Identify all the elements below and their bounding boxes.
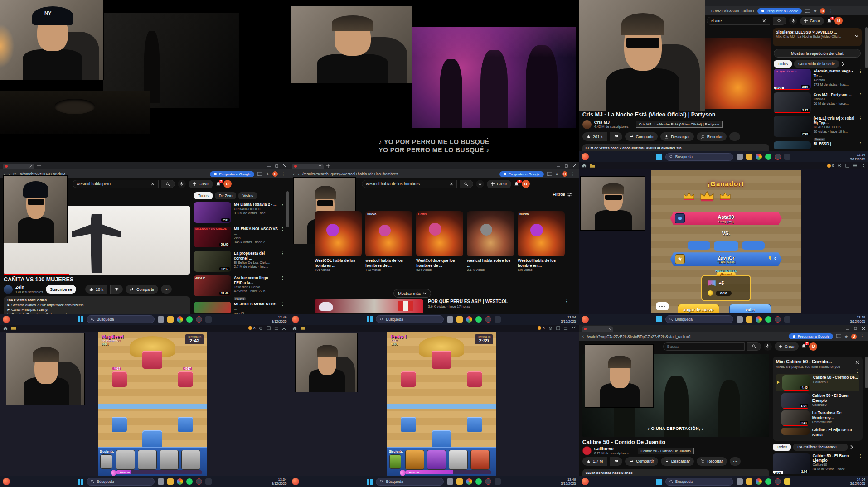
search-box[interactable] bbox=[707, 17, 770, 25]
close-icon[interactable] bbox=[572, 164, 576, 168]
taskbar-icon-folder[interactable] bbox=[456, 316, 463, 323]
close-icon[interactable] bbox=[862, 327, 865, 330]
tab-close-icon[interactable] bbox=[608, 328, 611, 330]
taskbar-icon-chrome[interactable] bbox=[756, 478, 762, 485]
taskbar-icon-whatsapp[interactable] bbox=[186, 316, 193, 323]
related-video-3[interactable]: 2:45 (FREE) Cris Mj x Tobal Mj Typ... BE… bbox=[774, 116, 863, 142]
video-title[interactable]: Cris MJ - Partyson ... bbox=[814, 92, 852, 97]
bookmark-star-icon[interactable]: ★ bbox=[844, 334, 848, 339]
chip-todos[interactable]: Todos bbox=[194, 192, 213, 199]
video-channel[interactable]: URBANGHOULD bbox=[234, 207, 276, 212]
video-thumbnail[interactable]: MILENKA × 100 CHICOS 59:05 bbox=[194, 227, 231, 247]
video-title[interactable]: Asi fue como llego FEID a la... bbox=[234, 275, 278, 284]
list-icon[interactable] bbox=[853, 164, 857, 168]
video-thumbnail[interactable] bbox=[194, 302, 231, 313]
cast-icon[interactable] bbox=[547, 172, 552, 176]
dislike-button[interactable] bbox=[610, 457, 622, 466]
subscribe-button[interactable]: Suscribirse bbox=[46, 285, 76, 294]
ask-google-button[interactable]: Preguntar a Google bbox=[789, 333, 833, 339]
taskbar-icon-files[interactable] bbox=[784, 478, 790, 485]
search-box[interactable] bbox=[73, 180, 159, 188]
channel-avatar[interactable] bbox=[4, 285, 13, 294]
hand-card-2[interactable] bbox=[427, 450, 446, 470]
more-options-icon[interactable]: ⋮ bbox=[281, 251, 285, 272]
video-thumbnail[interactable] bbox=[774, 141, 811, 149]
search-input[interactable] bbox=[77, 182, 151, 186]
playlist-item-2[interactable]: 3:04 Calibre 50 - El Buen Ejemplo Calibr… bbox=[776, 393, 859, 409]
related-video-2[interactable]: MILENKA × 100 CHICOS 59:05 MILENKA NOLAS… bbox=[194, 227, 285, 247]
taskbar-icon-whatsapp[interactable] bbox=[475, 478, 482, 485]
settings-icon[interactable] bbox=[259, 326, 263, 330]
search-result-1[interactable]: WestCOL habla de los hombres ... 796 vis… bbox=[315, 211, 362, 272]
taskbar-search[interactable]: Búsqueda bbox=[376, 478, 444, 486]
start-button[interactable] bbox=[78, 479, 83, 485]
video-channel[interactable]: Calibre50 bbox=[813, 463, 856, 467]
taskbar-clock[interactable]: 12:49 3/12/2025 bbox=[272, 315, 286, 324]
bookmark-star-icon[interactable]: ★ bbox=[555, 172, 559, 176]
hand-card-4[interactable] bbox=[181, 450, 200, 470]
taskbar-icon-folder[interactable] bbox=[456, 478, 463, 485]
taskbar-icon-folder[interactable] bbox=[746, 478, 752, 485]
taskbar-clock[interactable]: 14:04 3/12/2025 bbox=[850, 477, 865, 486]
search-button[interactable] bbox=[161, 180, 175, 188]
more-options-icon[interactable]: ⋮ bbox=[281, 275, 285, 302]
folder-icon[interactable] bbox=[11, 326, 16, 330]
playlist-title[interactable]: Calibre 50 - Corrido De... bbox=[813, 375, 858, 380]
tab-close-icon[interactable] bbox=[29, 165, 32, 168]
browser-menu-icon[interactable]: ⋮ bbox=[829, 9, 833, 14]
taskbar-icon-chrome[interactable] bbox=[177, 478, 183, 485]
taskbar-icon-window[interactable] bbox=[737, 316, 743, 323]
taskbar-icon-browser[interactable] bbox=[775, 478, 781, 485]
browser-menu-icon[interactable]: ⋮ bbox=[281, 172, 286, 177]
video-title[interactable]: MEJORES MOMENTOS ... bbox=[234, 302, 278, 311]
browser-profile-avatar[interactable]: U bbox=[272, 171, 278, 177]
taskbar-search[interactable]: Búsqueda bbox=[665, 315, 733, 323]
playlist-item-4[interactable]: Códice - El Hijo De La Santa bbox=[776, 428, 859, 437]
download-button[interactable]: Descargar bbox=[661, 457, 694, 466]
result-thumbnail[interactable]: Nuevo bbox=[365, 211, 412, 256]
cast-icon[interactable] bbox=[836, 334, 841, 338]
taskbar-icon-window[interactable] bbox=[447, 316, 453, 323]
taskbar-icon-whatsapp[interactable] bbox=[475, 316, 482, 323]
start-button[interactable] bbox=[656, 316, 662, 322]
related-video-1[interactable]: TE QUERÍA VER vevo 2:59 Alemán, Neton Ve… bbox=[774, 69, 863, 90]
taskbar-icon-terminal[interactable] bbox=[784, 154, 790, 160]
taskbar-icon-folder[interactable] bbox=[746, 316, 752, 323]
taskbar-icon-browser[interactable] bbox=[485, 316, 491, 323]
taskbar-icon-browser[interactable] bbox=[775, 154, 781, 160]
chip-vistos[interactable]: Vistos bbox=[238, 192, 257, 199]
maximize-icon[interactable] bbox=[565, 164, 568, 168]
search-result-3[interactable]: Gratis WestCol dice que los hombres de .… bbox=[416, 211, 463, 272]
close-icon[interactable] bbox=[283, 164, 286, 168]
new-tab-icon[interactable] bbox=[326, 164, 330, 168]
close-mix-icon[interactable] bbox=[855, 360, 859, 364]
new-tab-icon[interactable] bbox=[37, 164, 41, 168]
taskbar-icon-whatsapp[interactable] bbox=[765, 154, 771, 160]
taskbar-icon-chrome[interactable] bbox=[756, 316, 762, 323]
result-thumbnail[interactable] bbox=[467, 211, 514, 256]
list-icon[interactable] bbox=[274, 326, 278, 330]
more-options-icon[interactable]: ⋮ bbox=[858, 116, 863, 142]
create-button[interactable]: Crear bbox=[800, 17, 824, 25]
more-options-icon[interactable]: ⋮ bbox=[564, 299, 568, 313]
minimize-icon[interactable] bbox=[267, 164, 271, 168]
chip-channel[interactable]: De CalibreCincuentaVEVO bbox=[793, 444, 848, 451]
notifications-button[interactable]: 7 bbox=[514, 182, 519, 187]
more-actions-button[interactable]: ··· bbox=[161, 285, 172, 294]
url-text[interactable]: -TOt9ZFVfc&start_radio=1 bbox=[709, 9, 755, 13]
more-options-icon[interactable]: ⋮ bbox=[281, 202, 285, 223]
minimize-icon[interactable] bbox=[557, 164, 560, 168]
playlist-title[interactable]: La Trakalosa De Monterrey... bbox=[812, 410, 859, 419]
clear-search-icon[interactable] bbox=[151, 182, 155, 186]
taskbar-icon-window[interactable] bbox=[158, 316, 164, 323]
close-icon[interactable] bbox=[861, 164, 865, 168]
hand-card-4[interactable] bbox=[470, 450, 490, 470]
taskbar-icon-terminal[interactable] bbox=[495, 316, 501, 323]
home-icon[interactable] bbox=[292, 326, 297, 330]
result-title[interactable]: Westcol habla de los hombre en ... bbox=[518, 258, 565, 267]
fullscreen-icon[interactable] bbox=[845, 164, 849, 168]
download-button[interactable]: Descargar bbox=[660, 132, 694, 141]
url-text[interactable]: /watch?v=pC7a27zE2fs&list=RDpC7a27zE2fs&… bbox=[587, 334, 691, 339]
browser-menu-icon[interactable]: ⋮ bbox=[860, 334, 864, 339]
share-button[interactable]: Compartir bbox=[126, 285, 159, 294]
